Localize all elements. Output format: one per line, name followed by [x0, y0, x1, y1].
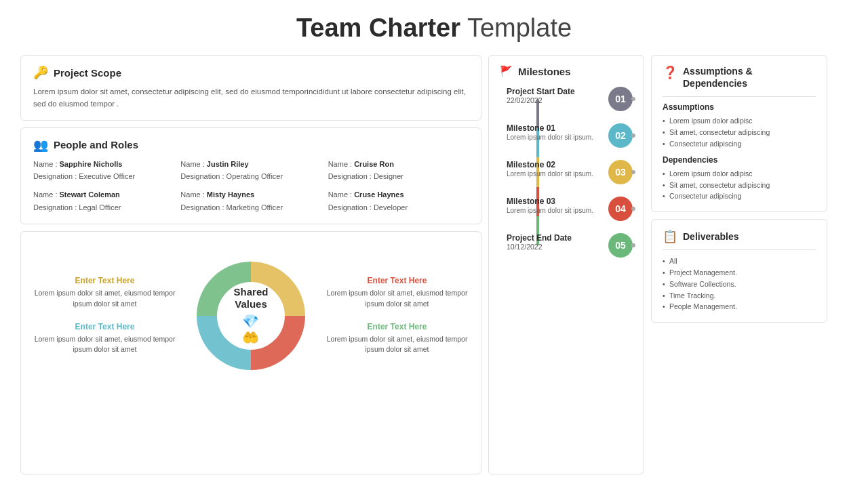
milestone-dot-1 [631, 97, 635, 101]
project-scope-title: 🔑 Project Scope [33, 65, 469, 80]
shared-values-card: Enter Text Here Lorem ipsum dolor sit am… [20, 231, 481, 474]
milestone-dot-3 [631, 170, 635, 174]
assumptions-title: ❓ Assumptions &Dependencies [663, 65, 816, 89]
people-roles-label: People and Roles [54, 139, 138, 150]
header: Team Charter Template [20, 14, 848, 43]
milestones-title: 🚩 Milestones [500, 65, 633, 77]
page-title: Team Charter Template [20, 14, 848, 43]
assumption-item-1: Lorem ipsum dolor adipisc [663, 115, 816, 127]
sv-left: Enter Text Here Lorem ipsum dolor sit am… [33, 276, 176, 355]
sv-text-top-left: Enter Text Here Lorem ipsum dolor sit am… [33, 276, 176, 310]
timeline: Project Start Date 22/02/2022 01 Milesto… [500, 87, 633, 258]
donut-center: SharedValues 💎🤲 [234, 286, 269, 346]
assumptions-section: ❓ Assumptions &Dependencies Assumptions … [651, 55, 827, 212]
sv-text-top-right: Enter Text Here Lorem ipsum dolor sit am… [326, 276, 469, 310]
sv-text-bottom-left: Enter Text Here Lorem ipsum dolor sit am… [33, 322, 176, 356]
dependencies-list: Lorem ipsum dolor adipisc Sit amet, cons… [663, 168, 816, 202]
milestone-5: Project End Date 10/12/2022 05 [507, 233, 633, 258]
deliverable-item-2: Project Management. [663, 267, 816, 279]
milestone-1: Project Start Date 22/02/2022 01 [507, 87, 633, 111]
divider-2 [663, 249, 816, 250]
sv-label-2: Enter Text Here [326, 276, 469, 285]
project-scope-text: Lorem ipsum dolor sit amet, consectetur … [33, 85, 469, 110]
sv-text-3: Lorem ipsum dolor sit amet, eiusmod temp… [33, 334, 176, 356]
milestone-badge-1: 01 [608, 87, 633, 111]
sv-label-3: Enter Text Here [33, 322, 176, 331]
deliverable-item-1: All [663, 256, 816, 267]
milestone-badge-5: 05 [608, 233, 633, 258]
milestone-3: Milestone 02 Lorem ipsum dolor sit ipsum… [507, 160, 633, 184]
milestones-section: 🚩 Milestones Project Start Date 22/02/20… [488, 55, 644, 474]
assumptions-list: Lorem ipsum dolor adipisc Sit amet, cons… [663, 115, 816, 149]
milestone-2: Milestone 01 Lorem ipsum dolor sit ipsum… [507, 123, 633, 148]
assumptions-sub-title: Assumptions [663, 102, 816, 112]
sv-text-bottom-right: Enter Text Here Lorem ipsum dolor sit am… [326, 322, 469, 356]
people-roles-card: 👥 People and Roles Name : Sapphire Nicho… [20, 127, 481, 224]
sv-text-1: Lorem ipsum dolor sit amet, eiusmod temp… [33, 288, 176, 310]
milestone-1-text: Project Start Date 22/02/2022 [507, 87, 601, 104]
people-grid: Name : Sapphire Nicholls Designation : E… [33, 158, 469, 214]
deliverables-label: Deliverables [683, 231, 739, 242]
milestone-dot-4 [631, 207, 635, 211]
flag-icon: 🚩 [500, 65, 513, 77]
project-scope-card: 🔑 Project Scope Lorem ipsum dolor sit am… [20, 55, 481, 121]
milestone-5-text: Project End Date 10/12/2022 [507, 233, 601, 251]
sv-label-4: Enter Text Here [326, 322, 469, 331]
deliverables-icon: 📋 [663, 229, 677, 244]
left-column: 🔑 Project Scope Lorem ipsum dolor sit am… [20, 55, 481, 474]
person-6: Name : Cruse Haynes Designation : Develo… [328, 188, 469, 214]
dependency-item-2: Sit amet, consectetur adipiscing [663, 180, 816, 191]
key-icon: 🔑 [33, 65, 48, 80]
shared-values-section: Enter Text Here Lorem ipsum dolor sit am… [33, 241, 469, 390]
milestone-4-text: Milestone 03 Lorem ipsum dolor sit ipsum… [507, 197, 601, 216]
main-content: 🔑 Project Scope Lorem ipsum dolor sit am… [20, 55, 848, 474]
milestone-dot-5 [631, 243, 635, 247]
dependencies-sub-title: Dependencies [663, 155, 816, 165]
assumption-item-3: Consectetur adipiscing [663, 138, 816, 150]
person-3: Name : Cruise Ron Designation : Designer [328, 158, 469, 183]
milestone-3-text: Milestone 02 Lorem ipsum dolor sit ipsum… [507, 160, 601, 179]
people-icon: 👥 [33, 138, 48, 152]
milestone-2-text: Milestone 01 Lorem ipsum dolor sit ipsum… [507, 123, 601, 142]
milestones-column: 🚩 Milestones Project Start Date 22/02/20… [488, 55, 644, 474]
person-5: Name : Misty Haynes Designation : Market… [180, 188, 321, 214]
diamond-icon: 💎🤲 [234, 313, 269, 346]
milestone-4: Milestone 03 Lorem ipsum dolor sit ipsum… [507, 197, 633, 221]
deliverables-list: All Project Management. Software Collect… [663, 256, 816, 312]
sv-text-4: Lorem ipsum dolor sit amet, eiusmod temp… [326, 334, 469, 356]
dependency-item-3: Consectetur adipiscing [663, 190, 816, 202]
donut-chart: SharedValues 💎🤲 [183, 248, 319, 384]
title-light: Template [460, 14, 572, 42]
question-icon: ❓ [663, 65, 677, 81]
page: Team Charter Template 🔑 Project Scope Lo… [0, 0, 868, 488]
sv-right: Enter Text Here Lorem ipsum dolor sit am… [326, 276, 469, 355]
deliverable-item-5: People Management. [663, 301, 816, 312]
assumption-item-2: Sit amet, consectetur adipiscing [663, 127, 816, 138]
project-scope-label: Project Scope [54, 67, 121, 79]
milestone-badge-2: 02 [608, 123, 633, 148]
milestone-dot-2 [631, 134, 635, 138]
sv-text-2: Lorem ipsum dolor sit amet, eiusmod temp… [326, 288, 469, 310]
person-2: Name : Justin Riley Designation : Operat… [180, 158, 321, 183]
title-bold: Team Charter [296, 14, 460, 42]
right-column: ❓ Assumptions &Dependencies Assumptions … [651, 55, 827, 474]
milestone-badge-3: 03 [608, 160, 633, 184]
deliverable-item-3: Software Collections. [663, 279, 816, 290]
sv-label-1: Enter Text Here [33, 276, 176, 285]
dependency-item-1: Lorem ipsum dolor adipisc [663, 168, 816, 180]
milestones-label: Milestones [518, 66, 571, 77]
milestone-badge-4: 04 [608, 197, 633, 221]
deliverables-section: 📋 Deliverables All Project Management. S… [651, 219, 827, 323]
person-1: Name : Sapphire Nicholls Designation : E… [33, 158, 174, 183]
divider-1 [663, 96, 816, 97]
deliverables-title: 📋 Deliverables [663, 229, 816, 244]
deliverable-item-4: Time Tracking. [663, 290, 816, 302]
shared-values-label: SharedValues [234, 286, 269, 310]
people-roles-title: 👥 People and Roles [33, 138, 469, 152]
person-4: Name : Stewart Coleman Designation : Leg… [33, 188, 174, 214]
